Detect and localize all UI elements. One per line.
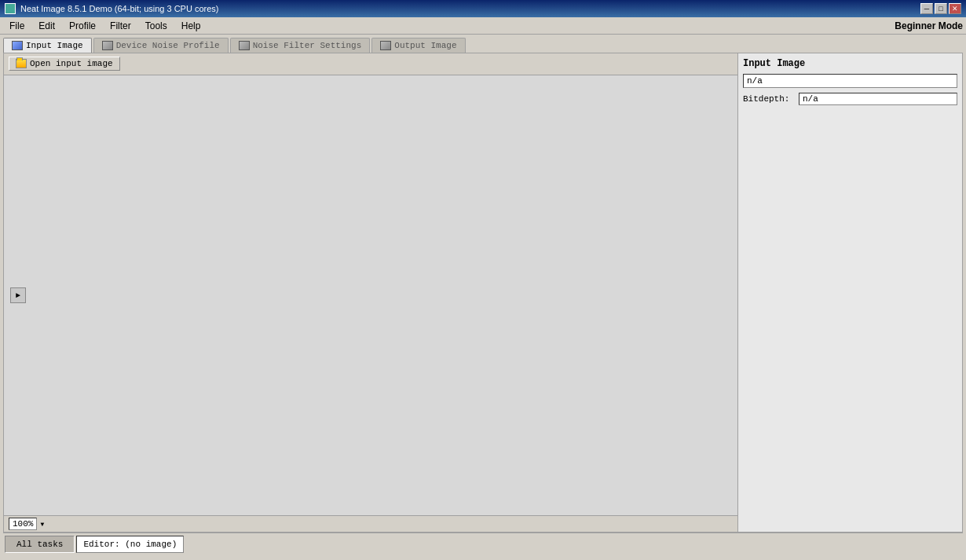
titlebar: Neat Image 8.5.1 Demo (64-bit; using 3 C… bbox=[0, 0, 966, 17]
open-input-image-button[interactable]: Open input image bbox=[9, 57, 120, 71]
menu-profile[interactable]: Profile bbox=[63, 19, 102, 33]
image-canvas: ► bbox=[4, 75, 737, 515]
right-panel-title: Input Image bbox=[743, 58, 957, 69]
tab-input-image-icon bbox=[12, 41, 23, 50]
titlebar-title: Neat Image 8.5.1 Demo (64-bit; using 3 C… bbox=[20, 4, 219, 13]
image-panel: Open input image ► 100% ▼ bbox=[4, 53, 738, 532]
app-icon bbox=[5, 3, 16, 14]
right-panel: Input Image n/a Bitdepth: n/a bbox=[738, 53, 962, 532]
zoom-bar: 100% ▼ bbox=[4, 515, 737, 532]
main-content: Open input image ► 100% ▼ Input Image n/… bbox=[3, 53, 963, 533]
tab-strip: Input Image Device Noise Profile Noise F… bbox=[0, 35, 966, 53]
input-image-name: n/a bbox=[743, 74, 957, 88]
tab-noise-filter-settings[interactable]: Noise Filter Settings bbox=[230, 38, 371, 53]
maximize-button[interactable]: □ bbox=[935, 3, 947, 14]
tab-output-image[interactable]: Output Image bbox=[371, 38, 465, 53]
menu-edit[interactable]: Edit bbox=[32, 19, 61, 33]
titlebar-controls: ─ □ ✕ bbox=[920, 3, 961, 14]
menubar: File Edit Profile Filter Tools Help Begi… bbox=[0, 17, 966, 35]
tab-output-icon bbox=[380, 41, 391, 50]
tab-input-image[interactable]: Input Image bbox=[3, 38, 92, 53]
menu-filter[interactable]: Filter bbox=[104, 19, 137, 33]
bitdepth-value: n/a bbox=[799, 93, 957, 105]
scroll-arrow-button[interactable]: ► bbox=[10, 287, 26, 303]
toolbar: Open input image bbox=[4, 53, 737, 75]
tab-filter-icon bbox=[239, 41, 250, 50]
beginner-mode-label: Beginner Mode bbox=[895, 20, 963, 31]
bitdepth-row: Bitdepth: n/a bbox=[743, 93, 957, 105]
menu-help[interactable]: Help bbox=[175, 19, 207, 33]
zoom-dropdown-arrow[interactable]: ▼ bbox=[40, 521, 44, 528]
minimize-button[interactable]: ─ bbox=[920, 3, 933, 14]
menu-file[interactable]: File bbox=[3, 19, 31, 33]
editor-status: Editor: (no image) bbox=[76, 536, 184, 553]
tab-device-noise-profile[interactable]: Device Noise Profile bbox=[93, 38, 229, 53]
bitdepth-label: Bitdepth: bbox=[743, 94, 794, 104]
statusbar: All tasks Editor: (no image) bbox=[3, 533, 963, 555]
titlebar-left: Neat Image 8.5.1 Demo (64-bit; using 3 C… bbox=[5, 3, 219, 14]
close-button[interactable]: ✕ bbox=[949, 3, 961, 14]
all-tasks-button[interactable]: All tasks bbox=[5, 536, 75, 553]
zoom-display: 100% bbox=[9, 518, 37, 530]
tab-device-icon bbox=[102, 41, 113, 50]
folder-icon bbox=[16, 59, 27, 68]
menu-tools[interactable]: Tools bbox=[139, 19, 174, 33]
